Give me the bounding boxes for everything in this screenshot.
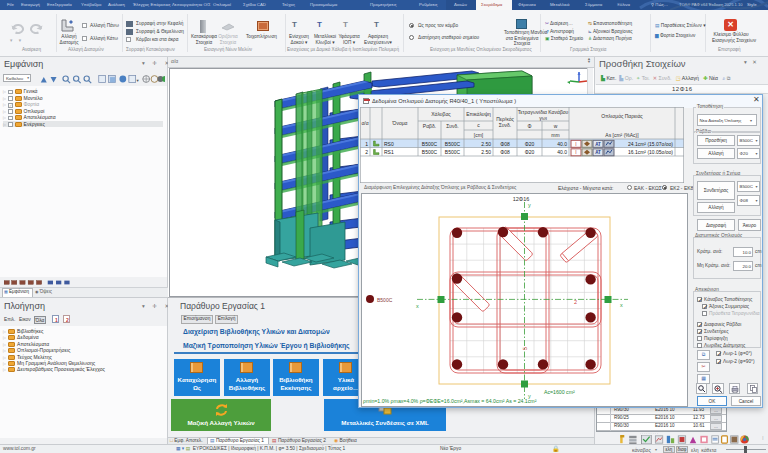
svg-text:[cm]: [cm] — [474, 132, 484, 138]
svg-text:Συνδ.: Συνδ. — [446, 123, 459, 129]
svg-text:40.0: 40.0 — [557, 141, 567, 147]
svg-text:B500C: B500C — [377, 297, 393, 303]
svg-text:mm: mm — [551, 132, 559, 138]
svg-text:B500C: B500C — [422, 141, 438, 147]
svg-text:Φ08: Φ08 — [500, 149, 510, 155]
svg-text:B500C: B500C — [445, 141, 461, 147]
svg-text:Φ20: Φ20 — [525, 141, 535, 147]
svg-text:ΑΤ: ΑΤ — [595, 142, 601, 147]
svg-text:y: y — [528, 202, 531, 208]
svg-text:Επικάλυψη: Επικάλυψη — [466, 111, 491, 117]
svg-text:Ι: Ι — [575, 149, 576, 155]
svg-text:x: x — [416, 303, 419, 309]
svg-text:γωι: γωι — [539, 115, 547, 121]
svg-text:RS0: RS0 — [384, 141, 394, 147]
svg-text:Φ08: Φ08 — [500, 141, 510, 147]
svg-text:Οπλισμός Παρειάς: Οπλισμός Παρειάς — [601, 113, 643, 119]
svg-text:As [cm² (%Ac)]: As [cm² (%Ac)] — [605, 132, 639, 138]
svg-text:α/α: α/α — [361, 120, 368, 126]
svg-text:Όνομα: Όνομα — [392, 120, 408, 126]
svg-text:Φ20: Φ20 — [525, 149, 535, 155]
svg-text:2.50: 2.50 — [481, 149, 491, 155]
svg-text:40.0: 40.0 — [557, 149, 567, 155]
svg-text:24.1cm² (15.07o/oo): 24.1cm² (15.07o/oo) — [628, 141, 673, 147]
svg-text:2: 2 — [574, 299, 577, 305]
svg-text:Ι: Ι — [575, 141, 576, 147]
svg-text:Φ: Φ — [528, 123, 532, 129]
svg-text:ΑΤ: ΑΤ — [595, 150, 601, 155]
svg-text:Συνδ.: Συνδ. — [499, 122, 512, 128]
svg-text:1: 1 — [365, 141, 368, 147]
svg-text:w: w — [554, 123, 558, 129]
svg-text:▾: ▾ — [136, 78, 139, 83]
svg-text:x: x — [620, 302, 623, 308]
svg-text:2.50: 2.50 — [481, 141, 491, 147]
svg-text:RS1: RS1 — [384, 149, 394, 155]
svg-text:Χάλυβας: Χάλυβας — [431, 111, 451, 117]
svg-text:5: 5 — [522, 347, 528, 350]
svg-text:ρmin=1.0% ρmax=4.0% ρ=ΦΕΦΕ=16.: ρmin=1.0% ρmax=4.0% ρ=ΦΕΦΕ=16.0cm²,Asmax… — [363, 398, 537, 404]
svg-text:B500C: B500C — [422, 149, 438, 155]
svg-text:2: 2 — [365, 149, 368, 155]
svg-text:Ac=1600 cm²: Ac=1600 cm² — [544, 389, 575, 395]
svg-text:Ραβδ.: Ραβδ. — [423, 123, 436, 129]
svg-text:16.1cm² (10.05o/oo): 16.1cm² (10.05o/oo) — [628, 149, 673, 155]
svg-text:B500C: B500C — [445, 149, 461, 155]
svg-text:12Φ16: 12Φ16 — [513, 196, 530, 202]
